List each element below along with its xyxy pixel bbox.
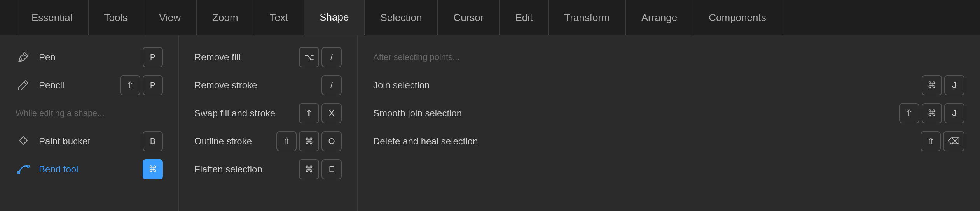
nav-item-edit[interactable]: Edit: [500, 0, 549, 35]
tool-label: Pen: [39, 52, 56, 63]
svg-marker-1: [19, 137, 27, 144]
key-badge: ⌫: [943, 131, 964, 151]
shape-column: Remove fill⌥/Remove stroke/Swap fill and…: [179, 35, 358, 211]
key-badge: P: [143, 75, 163, 95]
key-badge: ⌘: [299, 159, 319, 179]
key-badge: P: [143, 47, 163, 67]
svg-point-0: [24, 55, 26, 56]
nav-item-view[interactable]: View: [143, 0, 197, 35]
selection-label: After selecting points...: [373, 52, 460, 62]
tool-row: Bend tool⌘: [16, 155, 163, 183]
key-badge: ⇧: [276, 131, 297, 151]
tool-label: While editing a shape...: [16, 108, 105, 118]
shape-label: Flatten selection: [194, 164, 262, 175]
shape-row: Outline stroke⇧⌘O: [194, 127, 342, 155]
pencil-icon: [16, 79, 31, 91]
shape-label: Remove stroke: [194, 80, 257, 91]
nav-item-essential[interactable]: Essential: [16, 0, 89, 35]
nav-item-arrange[interactable]: Arrange: [626, 0, 694, 35]
key-badge: E: [321, 159, 342, 179]
key-badge: ⇧: [120, 75, 140, 95]
key-badge: J: [944, 103, 964, 123]
key-badge: ⌥: [299, 47, 319, 67]
nav-item-zoom[interactable]: Zoom: [197, 0, 254, 35]
tool-row: While editing a shape...: [16, 99, 163, 127]
shape-row: Remove stroke/: [194, 71, 342, 99]
selection-row: Smooth join selection⇧⌘J: [373, 99, 964, 127]
nav-item-transform[interactable]: Transform: [549, 0, 626, 35]
selection-label: Delete and heal selection: [373, 136, 478, 147]
tools-column: PenP Pencil⇧PWhile editing a shape... Pa…: [0, 35, 179, 211]
key-badge: ⌘: [299, 131, 319, 151]
nav-item-tools[interactable]: Tools: [89, 0, 144, 35]
key-badge: ⌘: [922, 103, 942, 123]
main-content: PenP Pencil⇧PWhile editing a shape... Pa…: [0, 35, 980, 211]
key-badge: O: [321, 131, 342, 151]
nav-item-shape[interactable]: Shape: [304, 0, 365, 35]
selection-label: Join selection: [373, 80, 430, 91]
key-badge: J: [944, 75, 964, 95]
selection-row: After selecting points...: [373, 43, 964, 71]
key-badge: B: [143, 131, 163, 151]
tool-label: Bend tool: [39, 164, 78, 175]
tool-row: Pencil⇧P: [16, 71, 163, 99]
top-nav: EssentialToolsViewZoomTextShapeSelection…: [0, 0, 980, 35]
shape-label: Remove fill: [194, 52, 241, 63]
tool-label: Pencil: [39, 80, 64, 91]
key-badge: ⌘: [143, 159, 163, 179]
key-badge: X: [321, 103, 342, 123]
key-badge: ⇧: [899, 103, 919, 123]
pen-icon: [16, 51, 31, 63]
key-badge: /: [321, 47, 342, 67]
nav-item-components[interactable]: Components: [693, 0, 782, 35]
shape-label: Outline stroke: [194, 136, 252, 147]
bucket-icon: [16, 135, 31, 148]
shape-row: Remove fill⌥/: [194, 43, 342, 71]
shape-row: Swap fill and stroke⇧X: [194, 99, 342, 127]
selection-column: After selecting points...Join selection⌘…: [358, 35, 980, 211]
key-badge: /: [321, 75, 342, 95]
key-badge: ⇧: [921, 131, 941, 151]
tool-row: PenP: [16, 43, 163, 71]
bend-icon: [16, 163, 31, 176]
tool-label: Paint bucket: [39, 136, 90, 147]
key-badge: ⌘: [922, 75, 942, 95]
selection-row: Delete and heal selection⇧⌫: [373, 127, 964, 155]
shape-row: Flatten selection⌘E: [194, 155, 342, 183]
tool-row: Paint bucketB: [16, 127, 163, 155]
nav-item-cursor[interactable]: Cursor: [438, 0, 500, 35]
key-badge: ⇧: [299, 103, 319, 123]
nav-item-selection[interactable]: Selection: [365, 0, 438, 35]
selection-row: Join selection⌘J: [373, 71, 964, 99]
selection-label: Smooth join selection: [373, 108, 462, 119]
nav-item-text[interactable]: Text: [254, 0, 304, 35]
shape-label: Swap fill and stroke: [194, 108, 275, 119]
